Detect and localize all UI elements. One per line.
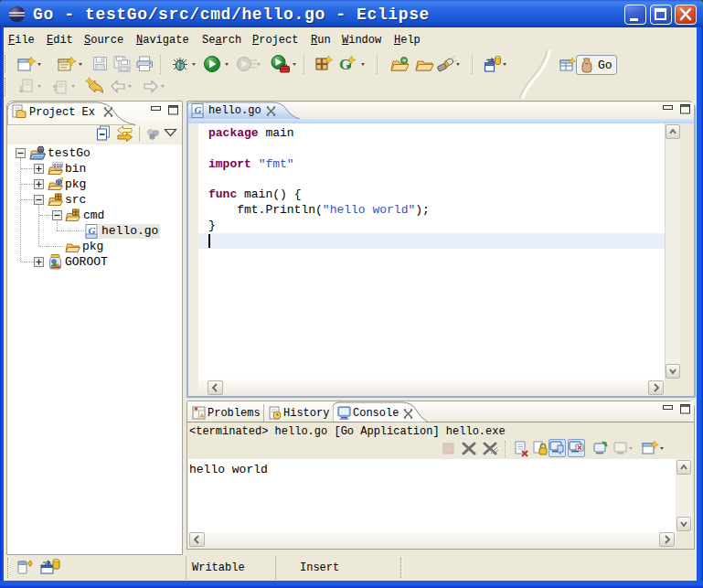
svg-text:G: G [89,225,96,236]
svg-text:G: G [195,104,202,115]
svg-text:010: 010 [53,163,62,168]
